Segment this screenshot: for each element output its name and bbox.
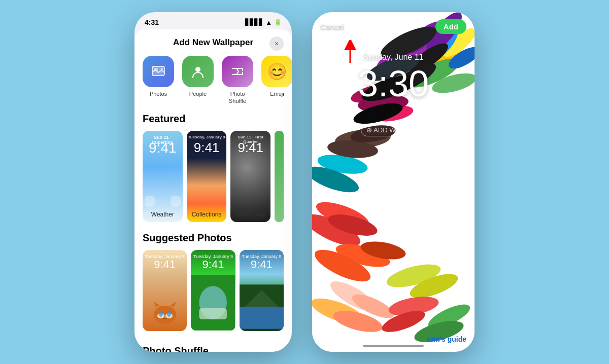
- photos-icon: [143, 56, 174, 87]
- phone-right: Cancel Add Sunday, June 11 3:30 ⊕ ADD WI…: [312, 12, 475, 352]
- modal-title: Add New Wallpaper: [173, 38, 253, 48]
- signal-icon: ▋▋▋▋: [245, 19, 263, 26]
- cat-image: [150, 301, 180, 326]
- astronomy-card-time: 9:41: [230, 140, 270, 156]
- cancel-button[interactable]: Cancel: [320, 22, 344, 31]
- featured-card-weather[interactable]: Sun 11 · Cupertino 9:41 Weather: [143, 131, 183, 222]
- svg-point-4: [154, 306, 176, 324]
- battery-icon: 🔋: [274, 19, 282, 26]
- add-widgets[interactable]: ⊕ ADD WIDGETS: [312, 124, 475, 136]
- cat-time: 9:41: [143, 258, 187, 271]
- right-phone-header: Cancel Add: [312, 12, 475, 39]
- wallpaper-options: Photos People: [134, 52, 292, 113]
- option-emoji[interactable]: 😊 Emoji: [261, 56, 292, 105]
- astronomy-card-label: Astronomy: [230, 211, 270, 218]
- add-button[interactable]: Add: [435, 19, 466, 34]
- svg-marker-10: [170, 302, 176, 307]
- shuffle-icon: [222, 56, 253, 87]
- wifi-icon: ▲: [265, 19, 272, 26]
- phone-left: 4:31 ▋▋▋▋ ▲ 🔋 Add New Wallpaper ×: [134, 12, 292, 352]
- svg-point-2: [161, 68, 163, 70]
- people-label: People: [189, 90, 207, 97]
- photo-card-aerial[interactable]: Tuesday, January 9 9:41: [191, 250, 235, 331]
- emoji-icon: 😊: [261, 56, 292, 87]
- featured-section: Featured Sun 11 · Cupertino 9:41 Weather: [143, 113, 284, 222]
- modal-content[interactable]: Featured Sun 11 · Cupertino 9:41 Weather: [134, 113, 292, 352]
- close-button[interactable]: ×: [269, 37, 284, 51]
- people-icon: [182, 56, 214, 87]
- svg-marker-9: [154, 302, 160, 307]
- collections-card-date: Tuesday, January 9: [187, 135, 227, 139]
- lake-image: [240, 282, 284, 331]
- lockscreen-time: 3:30: [312, 63, 475, 104]
- svg-rect-15: [240, 307, 284, 329]
- suggested-title: Suggested Photos: [143, 232, 284, 244]
- lockscreen-date: Sunday, June 11: [312, 53, 475, 62]
- brand-name: tom's guide: [427, 335, 466, 343]
- modal-sheet: Add New Wallpaper × Photos: [134, 29, 292, 352]
- time-display: 4:31: [145, 18, 159, 26]
- option-photos[interactable]: Photos: [143, 56, 174, 105]
- photo-card-lake[interactable]: Tuesday, January 9 9:41: [240, 250, 284, 331]
- emoji-label: Emoji: [270, 90, 284, 97]
- photos-grid: Tuesday, January 9 9:41: [143, 250, 284, 331]
- photo-card-cat[interactable]: Tuesday, January 9 9:41: [143, 250, 187, 331]
- svg-point-7: [159, 311, 163, 317]
- featured-card-extra: [275, 131, 284, 222]
- collections-card-label: Collections: [187, 211, 227, 218]
- option-shuffle[interactable]: PhotoShuffle: [222, 56, 253, 105]
- suggested-photos-section: Suggested Photos Tuesday, January 9 9:41: [143, 232, 284, 331]
- option-people[interactable]: People: [182, 56, 214, 105]
- status-icons: ▋▋▋▋ ▲ 🔋: [245, 19, 282, 26]
- aerial-image: [191, 274, 235, 331]
- status-bar-left: 4:31 ▋▋▋▋ ▲ 🔋: [134, 12, 292, 29]
- shuffle-section-title: Photo Shuffle: [143, 341, 284, 352]
- toms-guide-branding: tom's guide: [427, 335, 466, 344]
- modal-header: Add New Wallpaper ×: [134, 29, 292, 52]
- featured-grid: Sun 11 · Cupertino 9:41 Weather Tuesday,…: [143, 131, 284, 222]
- aerial-time: 9:41: [191, 258, 235, 271]
- collections-card-time: 9:41: [187, 140, 227, 156]
- featured-card-astronomy[interactable]: Sun 11 · First Quarter 9:41 Astronomy: [230, 131, 270, 222]
- photos-label: Photos: [150, 90, 167, 97]
- weather-card-time: 9:41: [143, 140, 183, 156]
- weather-card-label: Weather: [143, 211, 183, 218]
- red-arrow-indicator: [343, 40, 358, 69]
- featured-title: Featured: [143, 113, 284, 125]
- svg-point-8: [167, 311, 171, 317]
- lake-time: 9:41: [240, 258, 284, 271]
- featured-card-collections[interactable]: Tuesday, January 9 9:41 Collections: [187, 131, 227, 222]
- add-widgets-text[interactable]: ⊕ ADD WIDGETS: [361, 124, 426, 136]
- svg-point-3: [195, 67, 200, 72]
- svg-rect-13: [199, 308, 227, 319]
- shuffle-label: PhotoShuffle: [229, 90, 246, 105]
- home-indicator: [363, 345, 424, 347]
